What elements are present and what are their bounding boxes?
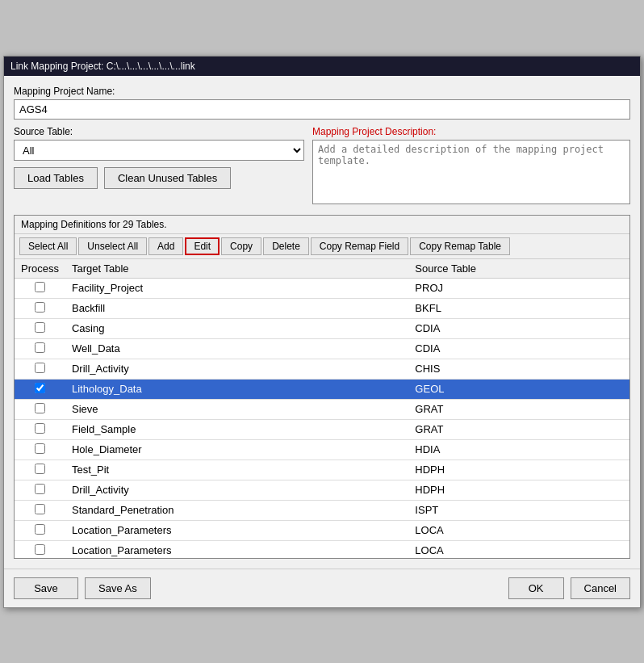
table-row[interactable]: BackfillBKFL [15,298,629,318]
row-target-table: Drill_Activity [65,480,408,500]
row-checkbox[interactable] [35,504,45,514]
table-row[interactable]: Location_ParametersLOCA [15,520,629,540]
row-target-table: Facility_Project [65,278,408,298]
select-all-button[interactable]: Select All [19,237,77,255]
row-checkbox-cell[interactable] [15,500,65,520]
row-checkbox-cell[interactable] [15,399,65,419]
source-table-select[interactable]: All [14,140,304,161]
table-row[interactable]: CasingCDIA [15,318,629,338]
row-source-table: CDIA [408,318,629,338]
row-checkbox-cell[interactable] [15,298,65,318]
row-source-table: BKFL [408,298,629,318]
row-checkbox-cell[interactable] [15,359,65,379]
row-checkbox[interactable] [35,544,45,555]
delete-button[interactable]: Delete [263,237,309,255]
row-source-table: GRAT [408,419,629,439]
row-checkbox-cell[interactable] [15,520,65,540]
row-source-table: HDPH [408,459,629,480]
description-label: Mapping Project Description: [312,126,630,137]
table-row[interactable]: SieveGRAT [15,399,629,419]
table-row[interactable]: Location_ParametersLOCA [15,540,629,558]
row-checkbox[interactable] [35,464,45,474]
ok-button[interactable]: OK [508,577,564,599]
cancel-button[interactable]: Cancel [571,577,630,599]
row-checkbox[interactable] [35,383,45,393]
definitions-group: Mapping Definitions for 29 Tables. Selec… [14,215,630,559]
toolbar: Select All Unselect All Add Edit Copy De… [15,234,629,259]
copy-remap-table-button[interactable]: Copy Remap Table [410,237,510,255]
row-target-table: Lithology_Data [65,379,408,399]
row-target-table: Sieve [65,399,408,419]
mapping-table: Process Target Table Source Table Facili… [15,259,629,558]
row-checkbox-cell[interactable] [15,459,65,480]
unselect-all-button[interactable]: Unselect All [78,237,147,255]
row-checkbox[interactable] [35,484,45,494]
row-source-table: LOCA [408,520,629,540]
row-target-table: Hole_Diameter [65,439,408,459]
copy-remap-field-button[interactable]: Copy Remap Field [311,237,408,255]
row-checkbox[interactable] [35,423,45,434]
row-source-table: ISPT [408,500,629,520]
row-target-table: Location_Parameters [65,540,408,558]
row-checkbox-cell[interactable] [15,278,65,298]
row-checkbox[interactable] [35,524,45,535]
row-checkbox-cell[interactable] [15,338,65,359]
row-target-table: Field_Sample [65,419,408,439]
table-row[interactable]: Drill_ActivityHDPH [15,480,629,500]
row-checkbox-cell[interactable] [15,540,65,558]
col-process: Process [15,259,65,279]
row-source-table: GRAT [408,399,629,419]
row-checkbox[interactable] [35,443,45,454]
row-checkbox-cell[interactable] [15,379,65,399]
col-target-table: Target Table [65,259,408,279]
row-source-table: CDIA [408,338,629,359]
row-source-table: GEOL [408,379,629,399]
row-checkbox[interactable] [35,342,45,353]
window-title: Link Mapping Project: C:\...\...\...\...… [10,61,195,72]
row-checkbox-cell[interactable] [15,439,65,459]
description-section: Mapping Project Description: [312,126,630,207]
table-row[interactable]: Lithology_DataGEOL [15,379,629,399]
project-name-input[interactable] [14,99,630,120]
definitions-title: Mapping Definitions for 29 Tables. [15,216,629,234]
row-checkbox-cell[interactable] [15,419,65,439]
row-target-table: Well_Data [65,338,408,359]
row-source-table: HDIA [408,439,629,459]
bottom-bar: Save Save As OK Cancel [4,569,640,607]
row-checkbox[interactable] [35,363,45,373]
title-bar: Link Mapping Project: C:\...\...\...\...… [4,57,640,76]
table-row[interactable]: Test_PitHDPH [15,459,629,480]
table-row[interactable]: Well_DataCDIA [15,338,629,359]
copy-button[interactable]: Copy [221,237,261,255]
load-tables-button[interactable]: Load Tables [14,167,98,189]
table-row[interactable]: Field_SampleGRAT [15,419,629,439]
project-name-label: Mapping Project Name: [14,86,630,97]
table-row[interactable]: Hole_DiameterHDIA [15,439,629,459]
clean-unused-button[interactable]: Clean Unused Tables [104,167,231,189]
row-target-table: Casing [65,318,408,338]
row-checkbox-cell[interactable] [15,480,65,500]
row-checkbox[interactable] [35,403,45,413]
row-checkbox[interactable] [35,302,45,313]
table-row[interactable]: Drill_ActivityCHIS [15,359,629,379]
table-row[interactable]: Facility_ProjectPROJ [15,278,629,298]
row-checkbox[interactable] [35,322,45,333]
row-target-table: Drill_Activity [65,359,408,379]
save-button[interactable]: Save [14,577,78,599]
row-target-table: Test_Pit [65,459,408,480]
source-table-label: Source Table: [14,126,304,137]
table-row[interactable]: Standard_PenetrationISPT [15,500,629,520]
source-table-section: Source Table: All Load Tables Clean Unus… [14,126,304,207]
save-as-button[interactable]: Save As [85,577,151,599]
edit-button[interactable]: Edit [185,237,220,255]
row-checkbox-cell[interactable] [15,318,65,338]
row-target-table: Standard_Penetration [65,500,408,520]
row-checkbox[interactable] [35,282,45,292]
project-name-section: Mapping Project Name: [14,86,630,120]
add-button[interactable]: Add [148,237,183,255]
row-source-table: PROJ [408,278,629,298]
row-target-table: Backfill [65,298,408,318]
description-input[interactable] [312,140,630,204]
table-container[interactable]: Process Target Table Source Table Facili… [15,259,629,558]
row-source-table: LOCA [408,540,629,558]
